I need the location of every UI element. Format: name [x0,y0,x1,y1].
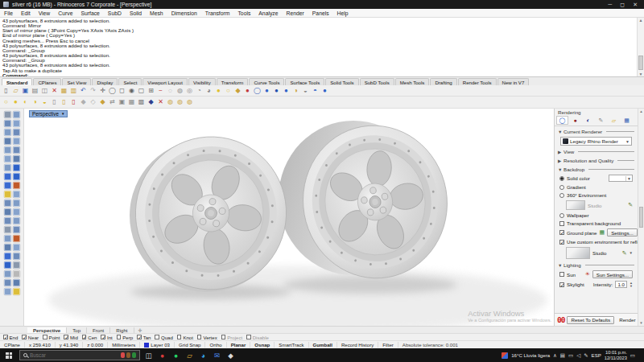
loft-icon[interactable] [4,208,11,216]
page-copy-icon[interactable]: ▯ [60,98,68,107]
select-arrow-icon[interactable] [4,111,11,118]
toolbar-tab[interactable]: Solid Tools [325,78,358,85]
toolbar-tab[interactable]: SubD Tools [360,78,394,85]
surface-edge-icon[interactable] [13,164,20,171]
toolbar-tab[interactable]: Transform [217,78,249,85]
maximize-button[interactable]: ◻ [620,2,625,8]
boolean-difference-icon[interactable] [13,217,20,224]
intensity-input[interactable]: 1.0 [615,281,627,288]
shaded-view-icon[interactable]: ◍ [175,86,184,95]
xray-view-icon[interactable]: ◔ [195,86,204,95]
menu-item[interactable]: Surface [76,10,103,16]
gradient-radio[interactable] [559,185,564,190]
osnap-toggle[interactable]: Int [101,335,112,340]
skylight-option[interactable]: Skylight Intensity: 1.0 ▲▼ [559,281,633,288]
annotate-icon[interactable] [4,288,11,295]
toolbar-tab[interactable]: New in V7 [497,78,530,85]
reset-defaults-button[interactable]: Reset To Defaults [567,316,614,324]
solid-color-radio[interactable] [559,176,564,181]
print-icon[interactable]: ▤ [31,86,39,95]
toolbar-tab[interactable]: Mesh Tools [395,78,430,85]
solid-color-swatch[interactable]: ▼ [609,175,633,182]
osnap-toggle[interactable]: Near [22,335,39,340]
menu-item[interactable]: Render [283,10,308,16]
menu-item[interactable]: Panels [308,10,333,16]
polygon-icon[interactable] [4,155,11,162]
add-viewport-icon[interactable]: ✛ [134,327,147,333]
custom-env-option[interactable]: Use custom environment for reflecti... [559,239,633,245]
zoom-window-icon[interactable]: ◻ [118,86,126,95]
curve-sketch-icon[interactable] [13,129,20,136]
file-explorer-icon[interactable]: ▱ [183,348,196,362]
status-toggle[interactable]: Grid Snap [175,342,205,348]
lock-swap-icon[interactable]: ◆ [98,98,107,107]
point-cloud-icon[interactable] [13,120,20,127]
menu-item[interactable]: Transform [201,10,234,16]
check-icon[interactable] [13,279,20,286]
environment-panel-tab-icon[interactable]: ◐ [582,116,594,125]
scroll-down-icon[interactable]: ▼ [639,321,642,325]
open-file-icon[interactable]: ▱ [11,86,20,95]
mirror-icon[interactable] [4,261,11,269]
expand-icon[interactable]: ▶ [558,158,562,163]
texture-icon[interactable]: ◒ [301,86,310,95]
osnap-checkbox[interactable] [246,335,251,339]
expand-icon[interactable]: ▶ [558,150,562,154]
chevron-down-icon[interactable]: ▼ [61,112,64,116]
sheet-panel-tab-icon[interactable]: ▦ [621,116,633,125]
task-view-icon[interactable]: ◫ [142,348,155,362]
chevron-down-icon[interactable]: ▼ [630,251,633,255]
edit-pencil-icon[interactable]: ✎ [622,250,627,257]
circle-icon[interactable] [4,138,11,145]
zoom-selected-icon[interactable]: ◉ [127,86,136,95]
menu-item[interactable]: File [0,10,17,16]
render-globe-2-icon[interactable]: ◍ [175,98,184,107]
pan-icon[interactable]: ✛ [98,86,107,95]
environment-thumbnail[interactable] [566,200,585,210]
status-toggle[interactable]: Planar [227,342,251,348]
section-resolution[interactable]: ▶ Resolution and Quality [558,158,634,163]
menu-item[interactable]: Curve [54,10,76,16]
material-icon[interactable]: ◑ [291,86,300,95]
collapse-icon[interactable]: ▼ [558,130,562,134]
copy-icon[interactable]: ◫ [40,86,49,95]
lock-object-icon[interactable]: ◆ [79,98,88,107]
viewport-tab[interactable]: Front [87,327,110,333]
page-edit-icon[interactable]: ▯ [69,98,78,107]
sun-option[interactable]: Sun ☀ Sun Settings... [559,270,633,278]
point-icon[interactable] [4,120,11,127]
viewport-canvas[interactable] [24,109,554,326]
edit-pencil-icon[interactable]: ✎ [628,202,633,208]
box-icon[interactable] [13,173,20,180]
isolate-icon[interactable]: ▣ [118,98,126,107]
section-lighting[interactable]: ▼ Lighting [558,262,634,268]
close-button[interactable]: ✕ [633,2,638,8]
scroll-up-icon[interactable]: ▲ [639,109,642,113]
display-icon[interactable]: ▭ [568,352,573,359]
toolbar-tab[interactable]: Visibility [188,78,216,85]
bulb-isolate-icon[interactable]: ◒ [40,98,49,107]
wallpaper-option[interactable]: Wallpaper [559,212,633,218]
osnap-checkbox[interactable] [197,335,202,339]
osnap-checkbox[interactable] [43,335,47,339]
arc-icon[interactable] [13,138,20,145]
sphere-raytraced-icon[interactable]: ● [282,86,291,95]
osnap-toggle[interactable]: Point [43,335,60,340]
grid-select-icon[interactable]: ▩ [137,98,146,107]
toolbar-tab[interactable]: Surface Tools [285,78,324,85]
sun-checkbox[interactable] [559,272,564,277]
osnap-checkbox[interactable] [221,335,226,339]
split-icon[interactable] [13,226,20,233]
status-toggle[interactable]: SmartTrack [275,342,308,348]
osnap-toggle[interactable]: Vertex [197,335,217,340]
toolbar-tab[interactable]: Render Tools [458,78,497,85]
materials-panel-tab-icon[interactable]: ● [569,116,581,125]
hidden-icons-chevron[interactable]: ∧ [553,352,557,359]
light-on-icon[interactable]: ● [214,86,223,95]
zoom-dynamic-icon[interactable]: ◯ [108,86,117,95]
viewport-tab[interactable]: Right [110,327,134,333]
cylinder-icon[interactable] [4,182,11,189]
pipette-panel-tab-icon[interactable]: ✎ [595,116,607,125]
osnap-toggle[interactable]: Project [221,335,242,340]
bulb-half-icon[interactable]: ◐ [21,98,30,107]
